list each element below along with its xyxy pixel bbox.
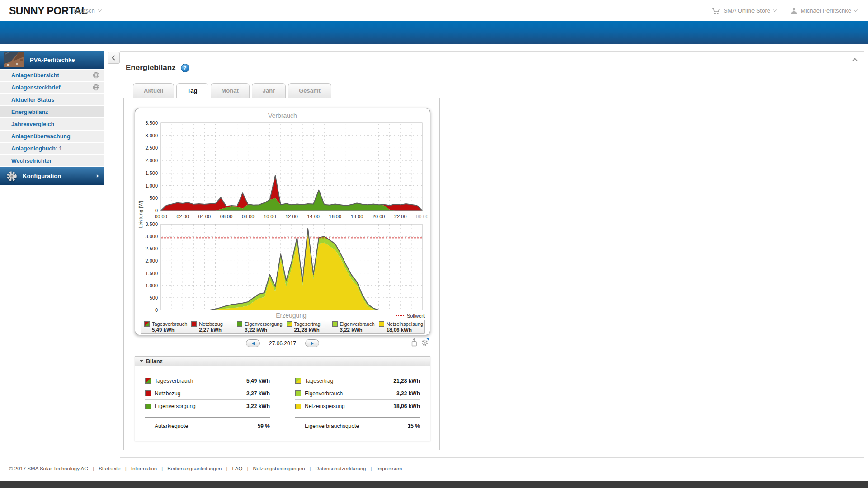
language-selector[interactable]: Deutsch [73, 7, 101, 14]
chevron-left-icon [112, 55, 117, 60]
bilanz-header[interactable]: Bilanz [135, 357, 430, 366]
footer-link-information[interactable]: Information [121, 466, 157, 471]
chevron-down-icon [98, 8, 101, 12]
chart-title-verbrauch: Verbrauch [135, 112, 430, 119]
svg-text:3.500: 3.500 [145, 222, 158, 227]
scroll-top-button[interactable] [850, 55, 859, 64]
svg-text:10:00: 10:00 [264, 214, 276, 219]
table-row: Netzeinspeisung 18,06 kWh [295, 400, 420, 413]
svg-text:00:00: 00:00 [416, 214, 428, 219]
autarkiequote-row: Autarkiequote 59 % [145, 418, 270, 434]
svg-text:20:00: 20:00 [373, 214, 385, 219]
netzbezug-swatch [145, 390, 151, 396]
eigenverbrauchsquote-row: Eigenverbrauchsquote 15 % [295, 418, 420, 434]
sidebar-item-anlagensteckbrief[interactable]: Anlagensteckbrief [0, 82, 104, 93]
tab-aktuell[interactable]: Aktuell [133, 83, 174, 98]
footer-link-faq[interactable]: FAQ [222, 466, 242, 471]
main-panel: Energiebilanz ? Aktuell Tag Monat Jahr G… [120, 51, 864, 458]
content-card: Verbrauch 3.5003.0002.5002.0001.5001.000… [123, 98, 440, 450]
footer-link-nutzungsbedingungen[interactable]: Nutzungsbedingungen [242, 466, 305, 471]
user-icon [790, 7, 797, 14]
sidebar: PVA-Perlitschke Anlagenübersicht Anlagen… [0, 51, 104, 185]
chevron-up-icon [852, 58, 857, 63]
main-nav-bar [0, 21, 868, 44]
eigenversorgung-swatch [237, 321, 242, 327]
sidebar-item-konfiguration[interactable]: Konfiguration [0, 167, 104, 185]
svg-text:3.000: 3.000 [145, 234, 158, 239]
copyright-text: © 2017 SMA Solar Technology AG [9, 466, 88, 471]
tab-bar: Aktuell Tag Monat Jahr Gesamt [133, 83, 331, 98]
netzeinspeisung-swatch [379, 321, 384, 327]
arrow-left-icon [252, 342, 255, 345]
legend-item-tagesverbrauch: Tagesverbrauch 5,49 kWh [141, 320, 188, 333]
svg-text:04:00: 04:00 [198, 214, 211, 219]
svg-text:3.000: 3.000 [145, 133, 158, 138]
table-row: Tagesverbrauch 5,49 kWh [145, 375, 270, 387]
sidebar-item-wechselrichter[interactable]: Wechselrichter [0, 155, 104, 166]
plant-thumbnail [4, 52, 24, 67]
sidebar-item-anlagenlogbuch[interactable]: Anlagenlogbuch: 1 [0, 143, 104, 154]
chart-settings-icon[interactable] [421, 338, 429, 347]
tab-tag[interactable]: Tag [176, 83, 208, 98]
footer-link-datenschutzerklaerung[interactable]: Datenschutzerklärung [305, 466, 366, 471]
legend-item-tagesertrag: Tagesertrag 21,28 kWh [283, 320, 329, 333]
plant-header[interactable]: PVA-Perlitschke [0, 51, 104, 69]
svg-text:08:00: 08:00 [242, 214, 255, 219]
netzeinspeisung-swatch [295, 404, 301, 409]
tagesertrag-swatch [295, 378, 301, 384]
svg-text:00:00: 00:00 [155, 214, 167, 219]
user-menu[interactable]: Michael Perlitschke [790, 7, 857, 14]
svg-text:12:00: 12:00 [285, 214, 298, 219]
sidebar-item-anlagenueberwachung[interactable]: Anlagenüberwachung [0, 131, 104, 142]
svg-text:16:00: 16:00 [329, 214, 342, 219]
footer-link-bedienungsanleitungen[interactable]: Bedienungsanleitungen [157, 466, 222, 471]
gear-icon [6, 170, 18, 182]
table-row: Netzbezug 2,27 kWh [145, 387, 270, 400]
svg-text:1.000: 1.000 [145, 183, 158, 188]
footer-link-startseite[interactable]: Startseite [88, 466, 121, 471]
bilanz-panel: Bilanz Tagesverbrauch 5,49 kWh Netzbezug… [135, 356, 430, 441]
svg-text:2.000: 2.000 [145, 158, 158, 163]
sidebar-item-jahresvergleich[interactable]: Jahresvergleich [0, 118, 104, 130]
sidebar-collapse-button[interactable] [108, 52, 120, 64]
plant-name: PVA-Perlitschke [30, 56, 75, 63]
chevron-right-icon [95, 174, 99, 178]
table-row: Eigenverbrauch 3,22 kWh [295, 387, 420, 400]
sollwert-legend: Sollwert [396, 313, 425, 319]
tab-gesamt[interactable]: Gesamt [288, 83, 331, 98]
sidebar-item-anlagenuebersicht[interactable]: Anlagenübersicht [0, 70, 104, 81]
bottom-bar [0, 481, 868, 488]
page-title: Energiebilanz [126, 63, 176, 72]
svg-text:14:00: 14:00 [307, 214, 320, 219]
svg-text:22:00: 22:00 [394, 214, 407, 219]
next-day-button[interactable] [305, 339, 319, 347]
cart-icon [712, 7, 721, 14]
globe-icon [93, 72, 99, 79]
help-button[interactable]: ? [181, 64, 189, 72]
tab-monat[interactable]: Monat [211, 83, 250, 98]
date-input[interactable] [263, 339, 302, 347]
tab-jahr[interactable]: Jahr [252, 83, 286, 98]
legend-item-eigenversorgung: Eigenversorgung 3,22 kWh [234, 320, 283, 333]
sma-online-store-link[interactable]: SMA Online Store [712, 7, 776, 14]
date-navigation [135, 339, 430, 350]
chevron-down-icon [854, 8, 858, 12]
export-icon[interactable] [410, 338, 418, 347]
chevron-down-icon [773, 8, 777, 12]
svg-text:1.500: 1.500 [145, 170, 158, 176]
previous-day-button[interactable] [246, 339, 260, 347]
svg-text:3.500: 3.500 [145, 120, 158, 126]
svg-text:2.500: 2.500 [145, 246, 158, 251]
footer-link-impressum[interactable]: Impressum [366, 466, 402, 471]
svg-text:1.500: 1.500 [145, 271, 158, 276]
sidebar-item-energiebilanz[interactable]: Energiebilanz [0, 106, 104, 117]
table-row: Tagesertrag 21,28 kWh [295, 375, 420, 387]
footer: © 2017 SMA Solar Technology AGStartseite… [0, 462, 868, 471]
eigenverbrauch-swatch [295, 390, 301, 396]
tagesertrag-swatch [287, 321, 292, 327]
user-label: Michael Perlitschke [801, 7, 851, 14]
sidebar-item-aktueller-status[interactable]: Aktueller Status [0, 94, 104, 105]
table-row: Eigenversorgung 3,22 kWh [145, 400, 270, 413]
svg-text:18:00: 18:00 [351, 214, 363, 219]
svg-text:2.500: 2.500 [145, 145, 158, 150]
